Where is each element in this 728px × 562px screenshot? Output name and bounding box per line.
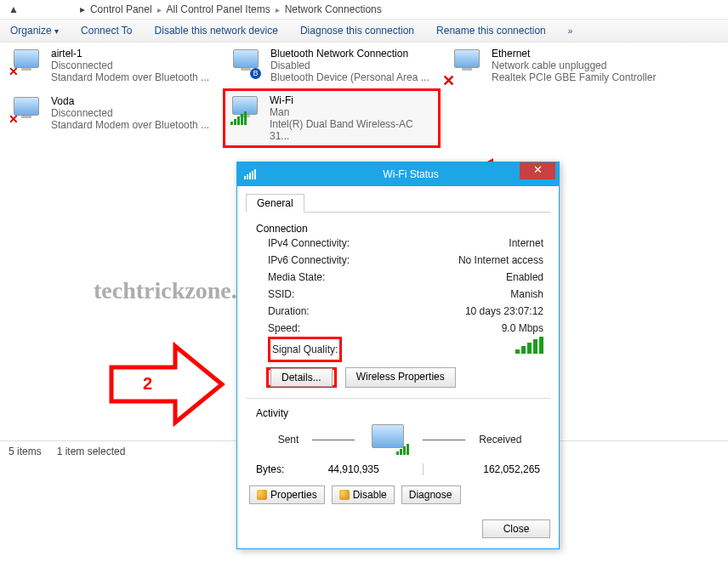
disconnected-icon: ✕ [9, 65, 19, 78]
diagnose-button[interactable]: Diagnose [401, 485, 461, 504]
shield-icon [257, 490, 267, 500]
folder-icon[interactable]: ▸ [80, 3, 85, 15]
chevron-right-icon: ▸ [157, 5, 162, 14]
item-count: 5 items [9, 446, 42, 457]
tab-general[interactable]: General [246, 194, 304, 213]
crumb-control-panel[interactable]: Control Panel [90, 3, 152, 15]
conn-device: Realtek PCIe GBE Family Controller [492, 71, 656, 83]
wireless-properties-button[interactable]: Wireless Properties [345, 367, 456, 388]
crumb-network-connections[interactable]: Network Connections [285, 3, 382, 15]
value-ipv4: Internet [509, 235, 543, 252]
label-ipv4: IPv4 Connectivity: [268, 235, 350, 252]
label-ssid: SSID: [268, 286, 294, 303]
connection-airtel[interactable]: airtel-1 Disconnected Standard Modem ove… [9, 46, 219, 85]
annotation-label-2: 2 [143, 374, 152, 394]
properties-button[interactable]: Properties [249, 485, 325, 504]
connection-voda[interactable]: Voda Disconnected Standard Modem over Bl… [9, 94, 219, 133]
label-sent: Sent [278, 434, 299, 446]
signal-icon [230, 111, 247, 125]
conn-name: Ethernet [492, 48, 656, 60]
chevron-right-icon: ▸ [276, 5, 280, 14]
wifi-status-dialog: Wi-Fi Status ✕ General Connection IPv4 C… [236, 162, 560, 549]
diagnose-button[interactable]: Diagnose this connection [300, 25, 414, 37]
conn-device: Standard Modem over Bluetooth ... [51, 71, 209, 83]
chevron-down-icon: ▾ [54, 26, 59, 36]
disable-device-button[interactable]: Disable this network device [155, 25, 278, 37]
tab-strip: General [246, 193, 550, 213]
connection-ethernet[interactable]: Ethernet Network cable unplugged Realtek… [449, 46, 679, 85]
label-bytes: Bytes: [256, 463, 284, 475]
rename-button[interactable]: Rename this connection [436, 25, 546, 37]
value-duration: 10 days 23:07:12 [465, 303, 543, 320]
conn-device: Intel(R) Dual Band Wireless-AC 31... [270, 118, 435, 142]
close-button[interactable]: Close [482, 519, 550, 538]
label-speed: Speed: [268, 320, 300, 337]
network-icon [451, 48, 485, 80]
conn-device: Bluetooth Device (Personal Area ... [270, 71, 429, 83]
conn-status: Disconnected [51, 107, 209, 119]
dialog-title: Wi-Fi Status [263, 168, 559, 180]
label-received: Received [479, 434, 521, 446]
conn-status: Disabled [270, 60, 429, 71]
label-duration: Duration: [268, 303, 310, 320]
conn-name: Voda [51, 95, 209, 107]
toolbar: Organize ▾ Connect To Disable this netwo… [0, 19, 728, 43]
label-ipv6: IPv6 Connectivity: [268, 252, 350, 269]
value-ssid: Manish [510, 286, 543, 303]
value-media: Enabled [506, 269, 543, 286]
value-bytes-sent: 44,910,935 [328, 463, 379, 475]
conn-status: Disconnected [51, 60, 209, 71]
details-button[interactable]: Details... [270, 368, 333, 387]
network-icon [229, 94, 263, 127]
value-bytes-received: 162,052,265 [483, 463, 540, 475]
disconnected-icon: ✕ [9, 112, 19, 126]
conn-name: airtel-1 [51, 48, 209, 60]
close-icon[interactable]: ✕ [520, 162, 555, 179]
disable-button[interactable]: Disable [332, 485, 395, 504]
bluetooth-icon: B [250, 68, 261, 79]
value-speed: 9.0 Mbps [502, 320, 543, 337]
activity-icon [368, 424, 409, 455]
breadcrumb: ▲ ▸ Control Panel ▸ All Control Panel It… [0, 0, 728, 19]
selection-count: 1 item selected [57, 446, 126, 457]
crumb-all-items[interactable]: All Control Panel Items [167, 3, 270, 15]
conn-device: Standard Modem over Bluetooth ... [51, 119, 209, 131]
label-media: Media State: [268, 269, 325, 286]
conn-status: Network cable unplugged [492, 60, 656, 71]
connection-bluetooth[interactable]: Bluetooth Network Connection Disabled Bl… [228, 46, 439, 85]
conn-status: Man [270, 106, 435, 118]
more-icon[interactable]: » [568, 26, 573, 36]
conn-name: Bluetooth Network Connection [270, 48, 429, 60]
section-connection: Connection [256, 223, 543, 235]
conn-name: Wi-Fi [270, 94, 435, 106]
dialog-titlebar[interactable]: Wi-Fi Status ✕ [237, 162, 559, 186]
organize-menu[interactable]: Organize ▾ [10, 25, 59, 37]
section-activity: Activity [256, 407, 543, 419]
shield-icon [339, 490, 350, 500]
connection-wifi[interactable]: Wi-Fi Man Intel(R) Dual Band Wireless-AC… [223, 88, 441, 148]
connect-to-button[interactable]: Connect To [81, 25, 133, 37]
unplugged-icon: ✕ [442, 71, 455, 90]
label-signal-quality: Signal Quality: [272, 343, 338, 355]
nav-up-icon[interactable]: ▲ [9, 3, 19, 15]
value-ipv6: No Internet access [458, 252, 543, 269]
signal-icon [244, 169, 256, 179]
annotation-arrow-2: 2 [107, 342, 226, 429]
signal-quality-icon [515, 337, 543, 354]
